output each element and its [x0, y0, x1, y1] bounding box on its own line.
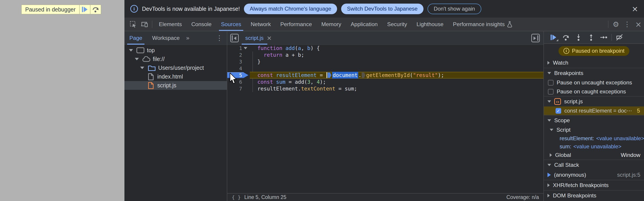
- settings-gear-icon[interactable]: ⚙: [610, 20, 622, 29]
- scope-variable[interactable]: sum: <value unavailable>: [544, 142, 644, 150]
- line-number[interactable]: 3: [227, 59, 242, 64]
- tree-item-script-js[interactable]: script.js: [124, 81, 227, 90]
- tab-elements[interactable]: Elements: [154, 18, 186, 31]
- language-infobar: i DevTools is now available in Japanese!…: [124, 0, 644, 18]
- step-over-button[interactable]: [560, 33, 572, 42]
- code-text[interactable]: return a + b;: [250, 52, 544, 58]
- highlighted-token[interactable]: document: [332, 72, 358, 78]
- resume-script-button[interactable]: [79, 5, 90, 14]
- tab-workspace[interactable]: Workspace: [147, 31, 184, 44]
- breakpoint-file-group[interactable]: ‹› script.js: [544, 96, 644, 106]
- scope-variable[interactable]: resultElement: <value unavailable>: [544, 134, 644, 142]
- step-into-button[interactable]: [572, 33, 585, 42]
- code-text[interactable]: const sum = add(3, 4);: [250, 78, 544, 85]
- code-area[interactable]: 1function add(a, b) {2 return a + b;3}45…: [227, 45, 544, 193]
- tree-item-file-scheme[interactable]: file://: [124, 55, 227, 64]
- dont-show-again-button[interactable]: Don't show again: [428, 4, 481, 14]
- frame-icon: [136, 47, 144, 53]
- line-gutter[interactable]: 2: [227, 52, 250, 58]
- code-token: add: [286, 45, 295, 51]
- continue-to-here-marker-icon[interactable]: [362, 72, 366, 78]
- tab-page[interactable]: Page: [124, 31, 147, 44]
- line-number[interactable]: 1: [227, 46, 242, 51]
- expander-icon: [135, 58, 139, 60]
- line-gutter[interactable]: 4: [227, 65, 250, 72]
- infobar-close-icon[interactable]: ×: [632, 5, 638, 12]
- code-text[interactable]: }: [250, 58, 544, 65]
- tab-performance-insights[interactable]: Performance insights: [448, 18, 517, 31]
- tab-console[interactable]: Console: [186, 18, 216, 31]
- code-line: 7resultElement.textContent = sum;: [227, 85, 544, 92]
- tree-item-index-html[interactable]: index.html: [124, 72, 227, 81]
- breakpoint-entry[interactable]: ✓ const resultElement = doc⋯ 5: [544, 106, 644, 115]
- file-icon: [148, 73, 154, 80]
- tree-item-top[interactable]: top: [124, 46, 227, 55]
- breakpoint-checkbox[interactable]: ✓: [556, 108, 561, 114]
- deactivate-breakpoints-icon: [616, 34, 623, 41]
- tab-lighthouse[interactable]: Lighthouse: [412, 18, 448, 31]
- pause-uncaught-checkbox[interactable]: ✓: [548, 80, 554, 86]
- section-breakpoints[interactable]: Breakpoints: [544, 68, 644, 78]
- pause-uncaught-exceptions-row[interactable]: ✓ Pause on uncaught exceptions: [544, 78, 644, 87]
- step-over-button[interactable]: [90, 5, 101, 14]
- tab-memory[interactable]: Memory: [316, 18, 346, 31]
- toolbar-separator: [608, 21, 608, 28]
- code-text[interactable]: [250, 65, 544, 72]
- expander-icon: [550, 129, 553, 131]
- step-button[interactable]: [598, 33, 610, 42]
- deactivate-breakpoints-button[interactable]: [613, 33, 626, 42]
- line-number[interactable]: 7: [227, 86, 242, 92]
- section-watch[interactable]: Watch: [544, 58, 644, 68]
- tab-performance[interactable]: Performance: [276, 18, 316, 31]
- section-scope[interactable]: Scope: [544, 116, 644, 125]
- code-token: ) {: [310, 45, 320, 51]
- close-tab-icon[interactable]: ×: [267, 35, 272, 41]
- hide-navigator-toggle-icon[interactable]: [230, 34, 239, 42]
- call-stack-frame[interactable]: (anonymous) script.js:5: [544, 170, 644, 180]
- code-line: 2 return a + b;: [227, 52, 544, 58]
- tree-item-project-folder[interactable]: Users/user/project: [124, 64, 227, 72]
- section-xhr-breakpoints[interactable]: XHR/fetch Breakpoints: [544, 180, 644, 190]
- continue-to-here-marker-icon[interactable]: [328, 72, 332, 78]
- line-gutter[interactable]: 1: [227, 45, 250, 52]
- resume-icon: [550, 35, 556, 40]
- line-gutter[interactable]: 3: [227, 58, 250, 65]
- tab-sources[interactable]: Sources: [216, 18, 246, 31]
- navigator-more-menu-icon[interactable]: ⋮: [212, 34, 227, 42]
- info-icon: i: [564, 48, 569, 54]
- line-number[interactable]: 2: [227, 52, 242, 58]
- editor-tab-script-js[interactable]: script.js ×: [242, 31, 276, 44]
- code-token: ,: [310, 79, 316, 85]
- always-match-language-button[interactable]: Always match Chrome's language: [244, 4, 337, 14]
- more-menu-icon[interactable]: ⋮: [622, 20, 633, 29]
- line-gutter[interactable]: 7: [227, 85, 250, 92]
- section-call-stack[interactable]: Call Stack: [544, 160, 644, 170]
- scope-global-group[interactable]: Global Window: [544, 150, 644, 160]
- pause-caught-checkbox[interactable]: ✓: [548, 89, 554, 94]
- code-token: textContent: [301, 86, 335, 92]
- code-text[interactable]: function add(a, b) {: [250, 45, 544, 52]
- file-navigator: Page Workspace » ⋮ top file://: [124, 31, 227, 201]
- tab-security[interactable]: Security: [382, 18, 412, 31]
- tab-application[interactable]: Application: [346, 18, 382, 31]
- devtools-close-icon[interactable]: ×: [633, 20, 644, 29]
- code-text[interactable]: const resultElement = document.getElemen…: [250, 72, 544, 78]
- pause-caught-exceptions-row[interactable]: ✓ Pause on caught exceptions: [544, 87, 644, 96]
- inspect-element-button[interactable]: [128, 20, 139, 29]
- fold-marker-icon[interactable]: [244, 47, 247, 49]
- section-dom-breakpoints[interactable]: DOM Breakpoints: [544, 191, 644, 200]
- show-debugger-toggle-icon[interactable]: [531, 34, 540, 42]
- scope-script-group[interactable]: Script: [544, 125, 644, 134]
- line-number[interactable]: 4: [227, 66, 242, 71]
- more-tabs-icon[interactable]: »: [184, 34, 191, 42]
- resume-button[interactable]: [547, 33, 560, 42]
- tab-network[interactable]: Network: [246, 18, 276, 31]
- code-text[interactable]: resultElement.textContent = sum;: [250, 85, 544, 92]
- code-token: = sum;: [335, 86, 357, 92]
- device-toolbar-button[interactable]: [139, 20, 150, 29]
- code-token: 3: [307, 79, 310, 85]
- debugger-controls: [544, 31, 644, 44]
- expander-icon: [548, 184, 550, 187]
- switch-to-japanese-button[interactable]: Switch DevTools to Japanese: [341, 4, 424, 14]
- step-out-button[interactable]: [585, 33, 598, 42]
